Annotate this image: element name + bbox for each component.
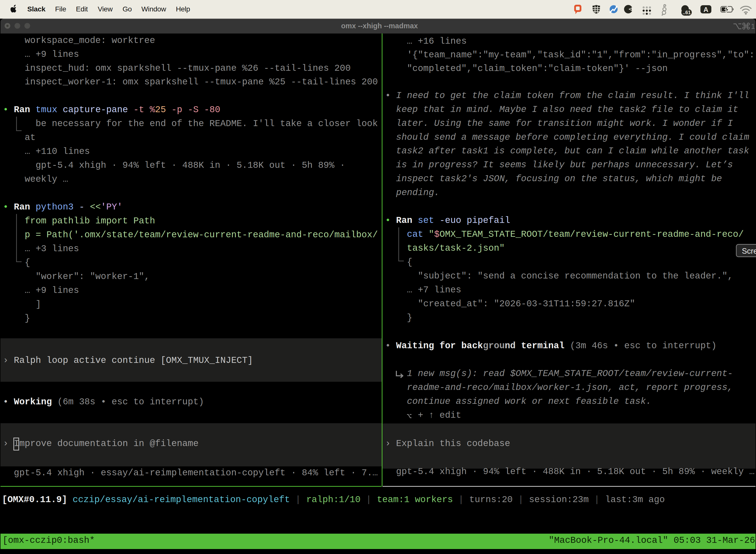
svg-text:A: A — [703, 6, 708, 13]
svg-text:1: 1 — [751, 22, 755, 30]
svg-text:..61: ..61 — [683, 10, 691, 15]
